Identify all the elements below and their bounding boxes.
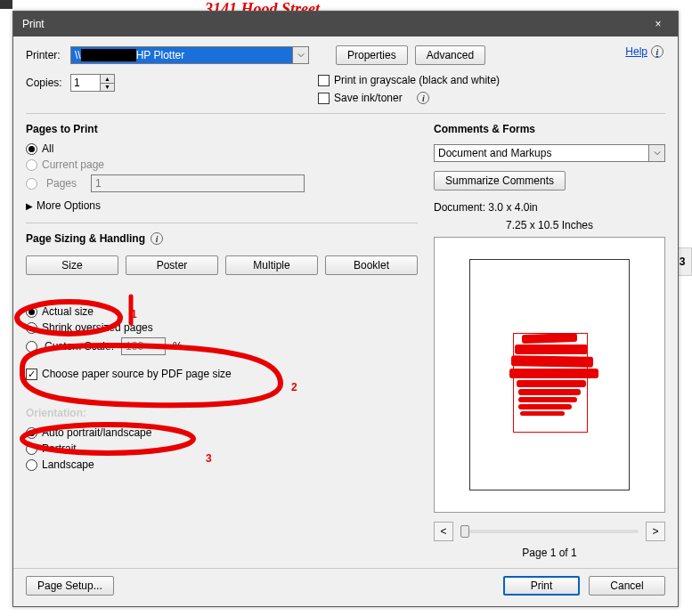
help-icon: i: [651, 45, 664, 58]
radio-icon: [26, 443, 37, 455]
printer-value-prefix: \\: [75, 49, 81, 61]
next-page-button[interactable]: >: [646, 522, 665, 541]
close-icon: ×: [655, 18, 661, 30]
auto-orientation-radio[interactable]: Auto portrait/landscape: [26, 426, 418, 439]
copies-label: Copies:: [26, 77, 63, 89]
comments-dropdown-button[interactable]: [649, 144, 665, 162]
summarize-comments-button[interactable]: Summarize Comments: [434, 171, 566, 190]
printer-value-suffix: HP Plotter: [136, 49, 184, 61]
radio-icon: [26, 322, 37, 334]
copies-spinner[interactable]: ▲ ▼: [70, 74, 115, 92]
printer-value-redacted: XXXXXXX: [81, 49, 136, 61]
sizing-header: Page Sizing & Handling: [26, 232, 145, 245]
pages-all-radio[interactable]: All: [26, 142, 418, 155]
print-button[interactable]: Print: [503, 576, 580, 596]
comments-forms-header: Comments & Forms: [434, 123, 665, 135]
custom-scale-unit: %: [173, 340, 183, 353]
separator: [26, 223, 418, 223]
actual-size-radio[interactable]: Actual size: [26, 305, 418, 318]
auto-orientation-label: Auto portrait/landscape: [42, 426, 151, 439]
close-button[interactable]: ×: [639, 12, 678, 36]
comments-forms-value: Document and Markups: [438, 147, 551, 159]
pages-to-print-header: Pages to Print: [26, 123, 418, 135]
more-options-toggle[interactable]: ▶ More Options: [26, 199, 418, 212]
radio-icon: [26, 178, 37, 190]
page-setup-button[interactable]: Page Setup...: [26, 576, 114, 596]
info-icon: i: [151, 232, 163, 245]
print-dialog: Print × Help i Printer: \\ XXXXXXX HP Pl…: [12, 11, 679, 607]
copies-input[interactable]: [70, 74, 101, 92]
copies-down[interactable]: ▼: [101, 83, 115, 93]
size-tab-button[interactable]: Size: [26, 255, 118, 275]
window-title: Print: [22, 18, 639, 30]
print-preview: [434, 237, 665, 513]
separator: [26, 113, 665, 114]
advanced-button[interactable]: Advanced: [415, 45, 485, 65]
help-link[interactable]: Help i: [625, 45, 664, 58]
printer-label: Printer:: [26, 49, 63, 61]
custom-scale-input: [121, 337, 166, 355]
multiple-tab-button[interactable]: Multiple: [225, 255, 318, 275]
titlebar: Print ×: [13, 12, 678, 36]
cancel-button[interactable]: Cancel: [589, 576, 665, 596]
properties-button[interactable]: Properties: [336, 45, 408, 65]
portrait-label: Portrait: [42, 442, 77, 455]
triangle-right-icon: ▶: [26, 201, 33, 211]
radio-icon: [26, 459, 37, 471]
radio-icon: [26, 341, 37, 353]
help-label: Help: [625, 45, 647, 58]
printer-select[interactable]: \\ XXXXXXX HP Plotter: [70, 46, 309, 64]
radio-icon: [26, 143, 37, 155]
radio-icon: [26, 306, 37, 318]
custom-scale-label: Custom Scale:: [45, 340, 114, 353]
grayscale-checkbox[interactable]: Print in grayscale (black and white): [318, 74, 500, 86]
pages-current-label: Current page: [42, 158, 104, 171]
grayscale-label: Print in grayscale (black and white): [334, 74, 500, 86]
pages-all-label: All: [42, 142, 53, 155]
info-icon: i: [417, 92, 429, 104]
document-size-label: Document: 3.0 x 4.0in: [434, 201, 665, 214]
copies-up[interactable]: ▲: [101, 74, 115, 83]
bg-page-text-top: 3141 Hood Street: [205, 0, 692, 11]
checkbox-icon: [318, 75, 330, 86]
radio-icon: [26, 427, 37, 439]
slider-thumb[interactable]: [460, 525, 469, 538]
custom-scale-radio[interactable]: Custom Scale: %: [26, 337, 418, 355]
landscape-label: Landscape: [42, 458, 94, 471]
chevron-down-icon: [654, 150, 661, 157]
choose-paper-checkbox[interactable]: Choose paper source by PDF page size: [26, 368, 418, 380]
paper-size-label: 7.25 x 10.5 Inches: [434, 219, 665, 231]
pages-range-radio[interactable]: Pages: [26, 174, 418, 192]
shrink-radio[interactable]: Shrink oversized pages: [26, 321, 418, 334]
choose-paper-label: Choose paper source by PDF page size: [42, 368, 232, 380]
preview-redacted-content: [506, 327, 599, 425]
bg-dark-strip: [0, 0, 12, 9]
poster-tab-button[interactable]: Poster: [126, 255, 218, 275]
more-options-label: More Options: [37, 199, 101, 212]
booklet-tab-button[interactable]: Booklet: [325, 255, 418, 275]
actual-size-label: Actual size: [42, 305, 94, 318]
prev-page-button[interactable]: <: [434, 522, 453, 541]
checkbox-icon: [318, 93, 330, 104]
save-ink-checkbox[interactable]: Save ink/toner i: [318, 92, 500, 104]
pages-current-radio[interactable]: Current page: [26, 158, 418, 171]
save-ink-label: Save ink/toner: [334, 92, 403, 104]
shrink-label: Shrink oversized pages: [42, 321, 153, 334]
checkbox-icon: [26, 369, 37, 380]
radio-icon: [26, 159, 37, 171]
orientation-header: Orientation:: [26, 407, 418, 419]
preview-paper: [469, 259, 630, 490]
pages-range-label: Pages: [46, 177, 82, 190]
page-slider[interactable]: [460, 530, 639, 533]
portrait-radio[interactable]: Portrait: [26, 442, 418, 455]
comments-forms-select[interactable]: Document and Markups: [434, 144, 665, 162]
page-status: Page 1 of 1: [434, 547, 665, 559]
printer-dropdown-button[interactable]: [293, 46, 309, 64]
chevron-down-icon: [297, 52, 305, 59]
landscape-radio[interactable]: Landscape: [26, 458, 418, 471]
pages-range-input: [91, 174, 305, 192]
